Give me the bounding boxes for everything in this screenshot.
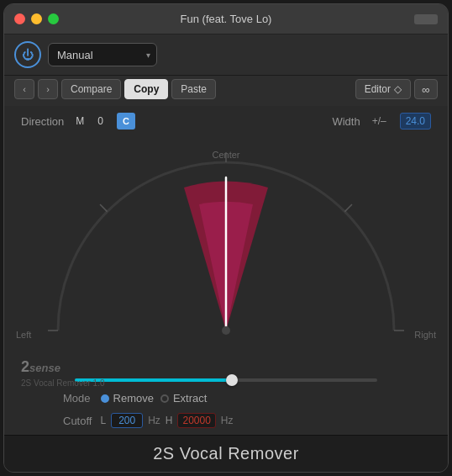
extract-radio — [160, 394, 169, 403]
back-button[interactable]: ‹ — [14, 79, 34, 99]
mode-label: Mode — [63, 392, 91, 405]
right-viz-label: Right — [414, 330, 436, 340]
window-controls — [14, 13, 59, 24]
power-icon: ⏻ — [22, 49, 34, 61]
cutoff-high-value[interactable]: 20000 — [177, 413, 215, 428]
mode-row: Mode Remove Extract — [4, 387, 448, 410]
close-button[interactable] — [14, 13, 25, 24]
editor-button[interactable]: Editor ◇ — [355, 79, 411, 99]
svg-point-6 — [222, 326, 230, 335]
visualizer: Center Left Right — [4, 136, 448, 373]
plugin-name: 2S Vocal Remover — [153, 444, 299, 463]
bottom-bar: 2S Vocal Remover — [4, 435, 448, 472]
cutoff-row: Cutoff L 200 Hz H 20000 Hz — [4, 410, 448, 431]
preset-wrapper: Manual ▾ — [48, 43, 157, 66]
center-button[interactable]: C — [117, 113, 135, 130]
maximize-button[interactable] — [48, 13, 59, 24]
minimize-button[interactable] — [31, 13, 42, 24]
link-button[interactable]: ∞ — [414, 79, 438, 99]
main-area: Direction M 0 C Width +/– 24.0 Center Le… — [4, 106, 448, 435]
remove-option[interactable]: Remove — [101, 392, 154, 405]
link-icon: ∞ — [422, 83, 429, 96]
title-bar: Fun (feat. Tove Lo) — [4, 4, 448, 34]
cutoff-low-value[interactable]: 200 — [111, 413, 143, 428]
version-label: 2S Vocal Remover 1.0 — [21, 378, 105, 388]
toolbar: ‹ › Compare Copy Paste Editor ◇ ∞ — [4, 76, 448, 106]
viz-svg — [33, 137, 419, 373]
low-channel-label: L — [100, 415, 106, 426]
copy-button[interactable]: Copy — [124, 79, 168, 99]
forward-button[interactable]: › — [38, 79, 58, 99]
left-viz-label: Left — [16, 330, 31, 340]
remove-radio — [101, 394, 109, 403]
low-hz-label: Hz — [148, 415, 160, 426]
back-icon: ‹ — [23, 84, 26, 94]
diamond-icon: ◇ — [394, 83, 402, 95]
remove-label: Remove — [113, 392, 154, 405]
width-label: Width — [332, 115, 360, 128]
params-row: Direction M 0 C Width +/– 24.0 — [4, 106, 448, 136]
compare-button[interactable]: Compare — [61, 79, 121, 99]
width-value[interactable]: 24.0 — [400, 113, 431, 130]
window-title: Fun (feat. Tove Lo) — [181, 13, 272, 25]
forward-icon: › — [46, 84, 50, 94]
logo-mark: 2sense — [21, 358, 60, 376]
paste-button[interactable]: Paste — [171, 79, 216, 99]
top-controls: ⏻ Manual ▾ — [4, 34, 448, 76]
cutoff-label: Cutoff — [63, 415, 92, 427]
svg-line-3 — [100, 204, 108, 212]
direction-label: Direction — [21, 115, 64, 128]
title-bar-widget — [414, 14, 438, 24]
direction-slider-track[interactable] — [75, 378, 377, 382]
high-channel-label: H — [166, 415, 173, 426]
slider-thumb[interactable] — [226, 374, 238, 386]
logo-area: 2sense 2S Vocal Remover 1.0 — [21, 358, 105, 388]
extract-label: Extract — [173, 392, 207, 405]
direction-value: 0 — [97, 115, 103, 127]
preset-dropdown[interactable]: Manual — [48, 43, 157, 66]
center-viz-label: Center — [212, 150, 239, 160]
width-pm: +/– — [372, 115, 386, 127]
svg-line-4 — [344, 204, 352, 212]
plugin-window: Fun (feat. Tove Lo) ⏻ Manual ▾ ‹ › Compa… — [3, 3, 449, 473]
high-hz-label: Hz — [221, 415, 234, 426]
direction-m: M — [76, 115, 84, 127]
extract-option[interactable]: Extract — [160, 392, 207, 405]
power-button[interactable]: ⏻ — [14, 41, 41, 68]
